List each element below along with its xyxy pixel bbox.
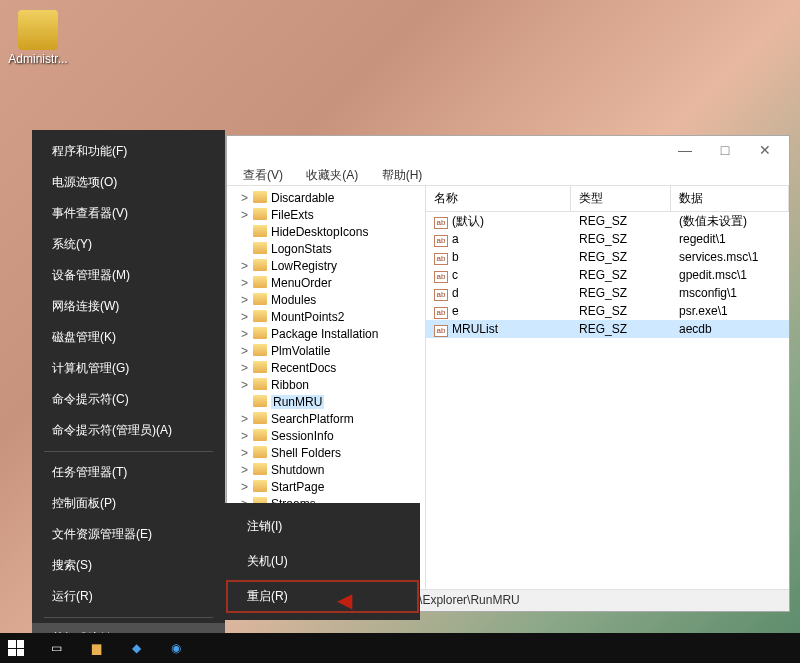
tree-item[interactable]: >Package Installation	[235, 326, 425, 343]
expand-icon[interactable]: >	[241, 309, 253, 326]
close-button[interactable]: ✕	[745, 142, 785, 158]
taskbar-app-explorer[interactable]: ▆	[84, 636, 108, 660]
expand-icon[interactable]: >	[241, 411, 253, 428]
value-name: e	[452, 304, 459, 318]
start-button[interactable]	[4, 636, 28, 660]
separator	[44, 451, 213, 452]
winx-item[interactable]: 搜索(S)	[32, 550, 225, 581]
folder-icon	[253, 293, 267, 305]
expand-icon[interactable]: >	[241, 258, 253, 275]
task-view-button[interactable]: ▭	[44, 636, 68, 660]
menu-view[interactable]: 查看(V)	[233, 164, 293, 187]
value-data: aecdb	[671, 320, 789, 338]
value-name: MRUList	[452, 322, 498, 336]
string-value-icon: ab	[434, 307, 448, 319]
tree-item[interactable]: >MenuOrder	[235, 275, 425, 292]
tree-item[interactable]: >PlmVolatile	[235, 343, 425, 360]
expand-icon[interactable]: >	[241, 343, 253, 360]
winx-item[interactable]: 控制面板(P)	[32, 488, 225, 519]
expand-icon[interactable]: >	[241, 428, 253, 445]
expand-icon[interactable]: >	[241, 326, 253, 343]
minimize-button[interactable]: —	[665, 142, 705, 158]
submenu-signout[interactable]: 注销(I)	[225, 509, 420, 544]
column-type[interactable]: 类型	[571, 186, 671, 211]
expand-icon[interactable]: >	[241, 292, 253, 309]
winx-item[interactable]: 计算机管理(G)	[32, 353, 225, 384]
list-row[interactable]: abMRUListREG_SZaecdb	[426, 320, 789, 338]
expand-icon[interactable]: >	[241, 377, 253, 394]
taskbar-app-3[interactable]: ◉	[164, 636, 188, 660]
list-row[interactable]: abaREG_SZregedit\1	[426, 230, 789, 248]
tree-item[interactable]: HideDesktopIcons	[235, 224, 425, 241]
tree-label: PlmVolatile	[271, 344, 330, 358]
tree-label: MenuOrder	[271, 276, 332, 290]
tree-item[interactable]: >SessionInfo	[235, 428, 425, 445]
column-name[interactable]: 名称	[426, 186, 571, 211]
list-pane[interactable]: 名称 类型 数据 ab(默认)REG_SZ(数值未设置)abaREG_SZreg…	[426, 186, 789, 589]
taskbar-app-2[interactable]: ◆	[124, 636, 148, 660]
expand-icon[interactable]: >	[241, 190, 253, 207]
desktop-icon-administrator[interactable]: Administr...	[8, 10, 68, 66]
winx-item[interactable]: 事件查看器(V)	[32, 198, 225, 229]
tree-item[interactable]: >MountPoints2	[235, 309, 425, 326]
tree-item[interactable]: LogonStats	[235, 241, 425, 258]
tree-label: Package Installation	[271, 327, 378, 341]
submenu-restart[interactable]: 重启(R)	[225, 579, 420, 614]
winx-item[interactable]: 任务管理器(T)	[32, 457, 225, 488]
tree-item[interactable]: >Shutdown	[235, 462, 425, 479]
value-type: REG_SZ	[571, 212, 671, 230]
tree-item[interactable]: RunMRU	[235, 394, 425, 411]
value-data: services.msc\1	[671, 248, 789, 266]
winx-item[interactable]: 运行(R)	[32, 581, 225, 612]
list-row[interactable]: abcREG_SZgpedit.msc\1	[426, 266, 789, 284]
tree-label: Ribbon	[271, 378, 309, 392]
list-row[interactable]: ab(默认)REG_SZ(数值未设置)	[426, 212, 789, 230]
shutdown-submenu: 注销(I) 关机(U) 重启(R)	[225, 503, 420, 620]
winx-item[interactable]: 命令提示符(管理员)(A)	[32, 415, 225, 446]
winx-item[interactable]: 磁盘管理(K)	[32, 322, 225, 353]
tree-item[interactable]: >Modules	[235, 292, 425, 309]
expand-icon[interactable]: >	[241, 462, 253, 479]
value-data: msconfig\1	[671, 284, 789, 302]
expand-icon[interactable]: >	[241, 360, 253, 377]
tree-item[interactable]: >StartPage	[235, 479, 425, 496]
tree-item[interactable]: >Ribbon	[235, 377, 425, 394]
list-row[interactable]: abeREG_SZpsr.exe\1	[426, 302, 789, 320]
tree-label: Discardable	[271, 191, 334, 205]
tree-item[interactable]: >Discardable	[235, 190, 425, 207]
folder-icon	[253, 310, 267, 322]
tree-item[interactable]: >FileExts	[235, 207, 425, 224]
value-type: REG_SZ	[571, 230, 671, 248]
expand-icon[interactable]: >	[241, 275, 253, 292]
value-name: b	[452, 250, 459, 264]
tree-label: StartPage	[271, 480, 324, 494]
maximize-button[interactable]: □	[705, 142, 745, 158]
tree-item[interactable]: >RecentDocs	[235, 360, 425, 377]
list-row[interactable]: abbREG_SZservices.msc\1	[426, 248, 789, 266]
tree-item[interactable]: >SearchPlatform	[235, 411, 425, 428]
column-data[interactable]: 数据	[671, 186, 789, 211]
winx-item[interactable]: 设备管理器(M)	[32, 260, 225, 291]
expand-icon[interactable]: >	[241, 207, 253, 224]
value-data: gpedit.msc\1	[671, 266, 789, 284]
menu-favorites[interactable]: 收藏夹(A)	[296, 164, 368, 187]
tree-item[interactable]: >LowRegistry	[235, 258, 425, 275]
winx-item[interactable]: 程序和功能(F)	[32, 136, 225, 167]
submenu-shutdown[interactable]: 关机(U)	[225, 544, 420, 579]
folder-icon	[253, 191, 267, 203]
tree-label: MountPoints2	[271, 310, 344, 324]
winx-item[interactable]: 电源选项(O)	[32, 167, 225, 198]
tree-item[interactable]: >Shell Folders	[235, 445, 425, 462]
winx-item[interactable]: 网络连接(W)	[32, 291, 225, 322]
value-name: c	[452, 268, 458, 282]
list-row[interactable]: abdREG_SZmsconfig\1	[426, 284, 789, 302]
winx-item[interactable]: 文件资源管理器(E)	[32, 519, 225, 550]
expand-icon[interactable]: >	[241, 445, 253, 462]
winx-item[interactable]: 系统(Y)	[32, 229, 225, 260]
folder-icon	[253, 378, 267, 390]
value-name: d	[452, 286, 459, 300]
folder-icon	[18, 10, 58, 50]
winx-item[interactable]: 命令提示符(C)	[32, 384, 225, 415]
menu-help[interactable]: 帮助(H)	[372, 164, 433, 187]
expand-icon[interactable]: >	[241, 479, 253, 496]
